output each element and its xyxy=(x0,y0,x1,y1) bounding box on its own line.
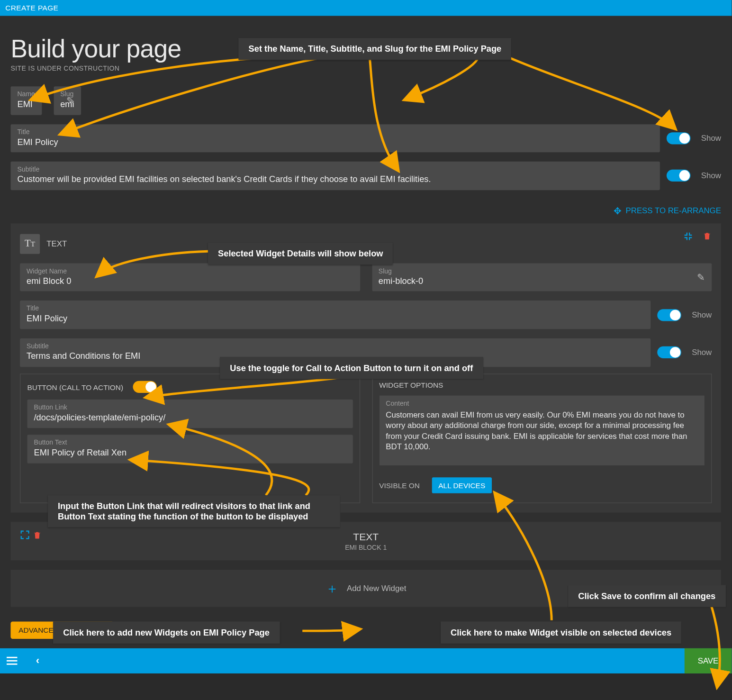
title-value: EMI Policy xyxy=(17,136,653,147)
save-button[interactable]: SAVE xyxy=(685,648,732,673)
annotation-callout: Set the Name, Title, Subtitle, and Slug … xyxy=(239,38,512,60)
collapsed-title: TEXT xyxy=(20,531,712,543)
widget-subtitle-toggle[interactable] xyxy=(657,346,681,358)
title-show-toggle[interactable] xyxy=(667,132,690,144)
name-label: Name xyxy=(17,91,35,98)
add-widget-label: Add New Widget xyxy=(347,584,406,593)
main-panel: Build your page SITE IS UNDER CONSTRUCTI… xyxy=(0,16,732,648)
subtitle-label: Subtitle xyxy=(17,166,653,173)
widget-name-value: emi Block 0 xyxy=(27,276,353,286)
widget-title-field[interactable]: Title EMI Policy xyxy=(20,301,651,329)
widget-name-label: Widget Name xyxy=(27,267,353,274)
collapse-icon[interactable] xyxy=(683,231,693,243)
widget-subtitle-show: Show xyxy=(692,348,712,357)
cta-link-label: Button Link xyxy=(34,404,346,411)
text-widget-icon: TT xyxy=(20,234,40,254)
cta-panel: BUTTON (CALL TO ACTION) Button Link /doc… xyxy=(20,373,360,504)
back-button[interactable]: ‹ xyxy=(36,655,39,667)
widget-slug-field[interactable]: Slug emi-block-0 ✎ xyxy=(372,263,712,291)
widget-title-toggle[interactable] xyxy=(657,309,681,321)
pencil-icon[interactable]: ✎ xyxy=(66,95,74,106)
pencil-icon[interactable]: ✎ xyxy=(697,272,705,282)
cta-text-value: EMI Policy of Retail Xen xyxy=(34,447,346,458)
app-root: CREATE PAGE Build your page SITE IS UNDE… xyxy=(0,0,732,673)
trash-icon[interactable] xyxy=(703,231,712,243)
widget-subtitle-label: Subtitle xyxy=(27,342,644,349)
title-show-label: Show xyxy=(701,134,721,143)
rearrange-button[interactable]: ✥ PRESS TO RE-ARRANGE xyxy=(10,205,721,215)
title-field[interactable]: Title EMI Policy xyxy=(10,124,660,153)
topbar-title: CREATE PAGE xyxy=(5,4,58,12)
cta-link-field[interactable]: Button Link /docs/policies-template/emi-… xyxy=(27,400,353,428)
bottombar: ‹ SAVE xyxy=(0,648,732,673)
expand-icon[interactable] xyxy=(20,531,33,542)
subtitle-value: Customer will be provided EMI facilities… xyxy=(17,174,653,185)
widget-slug-value: emi-block-0 xyxy=(379,276,705,286)
page-subtitle: SITE IS UNDER CONSTRUCTION xyxy=(10,64,721,72)
widget-options-panel: WIDGET OPTIONS Content Customers can ava… xyxy=(372,373,712,504)
cta-text-label: Button Text xyxy=(34,439,346,446)
cta-text-field[interactable]: Button Text EMI Policy of Retail Xen xyxy=(27,435,353,463)
widget-title-show: Show xyxy=(692,310,712,320)
widget-type-label: TEXT xyxy=(46,239,67,249)
widget-slug-label: Slug xyxy=(379,267,705,274)
widget-name-field[interactable]: Widget Name emi Block 0 xyxy=(20,263,360,291)
annotation-callout: Selected Widget Details will show below xyxy=(208,243,393,264)
visible-on-chip[interactable]: ALL DEVICES xyxy=(432,478,492,494)
slug-field[interactable]: Slug emi ✎ xyxy=(54,86,81,115)
widget-title-label: Title xyxy=(27,305,644,312)
annotation-callout: Use the toggle for Call to Action Button… xyxy=(220,357,483,379)
menu-icon[interactable] xyxy=(7,657,17,665)
cta-link-value: /docs/policies-template/emi-policy/ xyxy=(34,412,346,423)
move-icon: ✥ xyxy=(614,205,622,216)
trash-icon[interactable] xyxy=(33,531,42,542)
name-value: EMI xyxy=(17,99,35,109)
annotation-callout: Click here to make Widget visible on sel… xyxy=(441,622,681,644)
widget-panel-collapsed[interactable]: TEXT EMI BLOCK 1 xyxy=(10,522,721,561)
content-value: Customers can avail EMI from us very eas… xyxy=(386,409,698,452)
topbar: CREATE PAGE xyxy=(0,0,732,16)
plus-icon: ＋ xyxy=(325,582,339,595)
subtitle-show-label: Show xyxy=(701,171,721,181)
visible-on-label: VISIBLE ON xyxy=(379,482,420,490)
content-field[interactable]: Content Customers can avail EMI from us … xyxy=(379,395,705,465)
cta-heading: BUTTON (CALL TO ACTION) xyxy=(27,383,124,391)
collapsed-sub: EMI BLOCK 1 xyxy=(20,544,712,551)
content-label: Content xyxy=(386,399,698,406)
cta-toggle[interactable] xyxy=(133,381,156,393)
widget-title-value: EMI Policy xyxy=(27,313,644,324)
title-label: Title xyxy=(17,128,653,135)
subtitle-show-toggle[interactable] xyxy=(667,170,690,182)
annotation-callout: Input the Button Link that will redirect… xyxy=(48,495,340,527)
name-field[interactable]: Name EMI xyxy=(10,86,41,115)
annotation-callout: Click here to add new Widgets on EMI Pol… xyxy=(53,622,280,644)
annotation-callout: Click Save to confirm all changes xyxy=(568,585,725,607)
subtitle-field[interactable]: Subtitle Customer will be provided EMI f… xyxy=(10,162,660,190)
options-heading: WIDGET OPTIONS xyxy=(379,381,705,389)
